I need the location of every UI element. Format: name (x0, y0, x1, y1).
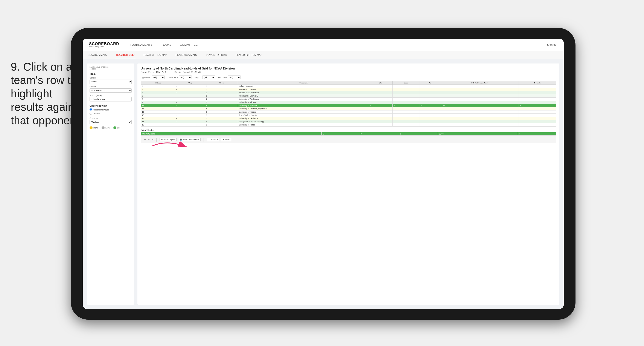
data-cell (440, 98, 518, 101)
data-cell (392, 120, 420, 123)
data-cell: 3 (205, 110, 238, 114)
data-cell: 2.61 (440, 104, 518, 107)
data-cell: - (175, 88, 205, 91)
tab-team-h2h-heatmap[interactable]: TEAM H2H HEATMAP (142, 51, 168, 59)
table-row[interactable]: 4-1Arizona State University (141, 91, 556, 94)
table-row[interactable]: 3-2Vanderbilt University (141, 88, 556, 91)
data-cell (392, 98, 420, 101)
table-row[interactable]: 6-2Florida State University (141, 94, 556, 98)
opponent-cell: University of Washington (238, 98, 369, 101)
redo-icon[interactable]: ↪ (148, 138, 150, 141)
left-panel: Last Updated: 27/03/2024 16:55:38 Team G… (87, 63, 134, 305)
division-select[interactable]: NCAA Division I (90, 88, 132, 93)
records-row: Overall Record: 89 - 17 - 0 Division Rec… (141, 71, 556, 73)
tab-player-h2h-grid[interactable]: PLAYER H2H GRID (205, 51, 228, 59)
table-row[interactable]: 14-2University of Oklahoma (141, 117, 556, 120)
opponent-view-title: Opponent View (90, 104, 132, 107)
table-row[interactable]: 16-3University of Florida (141, 123, 556, 127)
table-row[interactable]: 13-1Texas Tech University (141, 114, 556, 117)
colour-by-label: Colour by (90, 117, 132, 119)
data-cell (369, 98, 392, 101)
gender-select[interactable]: Men's (90, 80, 132, 84)
data-cell (420, 114, 440, 117)
opponent-cell: Texas Tech University (238, 114, 369, 117)
data-cell: 8 (518, 104, 556, 107)
undo-icon[interactable]: ↩ (144, 138, 146, 141)
colour-by-select[interactable]: Win/loss (90, 120, 132, 124)
share-btn[interactable]: ↗ Share (221, 138, 231, 141)
radio-top-100[interactable]: Top 100 (90, 112, 132, 115)
data-cell (392, 107, 420, 110)
out-division-win: 1 (322, 132, 360, 136)
nav-committee[interactable]: COMMITTEE (180, 43, 198, 46)
tab-player-h2h-heatmap[interactable]: PLAYER H2H HEATMAP (234, 51, 263, 59)
conference-filter-select[interactable]: (All) (179, 75, 192, 79)
tab-team-h2h-grid[interactable]: TEAM H2H GRID (115, 51, 136, 59)
data-cell: - (175, 91, 205, 94)
data-cell: - (175, 94, 205, 98)
region-filter-select[interactable]: (All) (202, 75, 215, 79)
out-division-diff: 26.00 (438, 132, 517, 136)
tab-team-summary[interactable]: TEAM SUMMARY (87, 51, 108, 59)
data-cell: 2 (205, 117, 238, 120)
table-row[interactable]: 15-4Georgia Institute of Technology (141, 120, 556, 123)
data-cell (392, 110, 420, 114)
data-cell (518, 91, 556, 94)
data-cell: 2 (205, 88, 238, 91)
bottom-toolbar: ↩ ↪ ↩ 👁 View: Original 💾 Save Custom Vie… (141, 136, 556, 143)
data-cell (420, 117, 440, 120)
table-container: # Rank # Reg # Conf Opponent Win Loss Ti… (141, 81, 556, 136)
table-row[interactable]: 12-3University of Virginia (141, 110, 556, 114)
data-cell: 4 (205, 120, 238, 123)
legend-down: Down (90, 126, 98, 129)
sign-out-link[interactable]: Sign out (547, 43, 557, 46)
school-input[interactable] (90, 97, 132, 101)
save-custom-btn[interactable]: 💾 Save Custom View (179, 138, 200, 141)
opponent-filter: Opponent (All) (218, 75, 241, 79)
data-cell (440, 88, 518, 91)
logo-scoreboard: SCOREBOARD (89, 42, 119, 46)
data-cell: 2 (205, 94, 238, 98)
opponents-filter-select[interactable]: (All) (152, 75, 165, 79)
table-row[interactable]: 2-1Auburn University (141, 85, 556, 88)
nav-tournaments[interactable]: TOURNAMENTS (130, 43, 153, 46)
toolbar-sep-1 (156, 138, 156, 142)
opponent-filter-select[interactable]: (All) (228, 75, 241, 79)
table-row[interactable]: 11-5University of Alabama3002.618 (141, 104, 556, 107)
view-original-btn[interactable]: 👁 View: Original (160, 138, 176, 141)
school-label: School (Rank) (90, 94, 132, 96)
save-icon: 💾 (180, 139, 182, 141)
watch-btn[interactable]: 👁 Watch ▾ (207, 138, 219, 141)
data-cell (369, 123, 392, 127)
legend-level-dot (102, 126, 104, 129)
opponent-cell: University of Arizona (238, 101, 369, 104)
table-row[interactable]: 8-2University of Washington (141, 98, 556, 101)
data-cell (420, 94, 440, 98)
data-cell (440, 94, 518, 98)
data-cell: 9 (141, 101, 175, 104)
radio-opponents-played[interactable]: Opponents Played (90, 108, 132, 111)
table-row[interactable]: 11-6University of Arkansas, Fayetteville (141, 107, 556, 110)
th-tie: Tie (420, 81, 440, 85)
data-cell (518, 120, 556, 123)
tablet-screen: SCOREBOARD Powered by clippi TOURNAMENTS… (83, 39, 564, 309)
data-cell: 16 (141, 123, 175, 127)
data-cell (392, 91, 420, 94)
opponent-cell: Auburn University (238, 85, 369, 88)
table-row[interactable]: 9-3University of Arizona (141, 101, 556, 104)
data-cell: - (175, 101, 205, 104)
out-of-division-row[interactable]: NCAA Division II 1 0 0 26.00 3 (141, 132, 556, 136)
conference-filter-label: Conference (168, 76, 178, 78)
table-header-row: # Rank # Reg # Conf Opponent Win Loss Ti… (141, 81, 556, 85)
nav-teams[interactable]: TEAMS (161, 43, 171, 46)
gender-label: Gender (90, 77, 132, 79)
data-cell (420, 101, 440, 104)
back-icon[interactable]: ↩ (152, 138, 153, 141)
data-cell (518, 117, 556, 120)
data-cell (420, 110, 440, 114)
tab-player-summary[interactable]: PLAYER SUMMARY (174, 51, 198, 59)
tablet-frame: SCOREBOARD Powered by clippi TOURNAMENTS… (71, 28, 576, 320)
th-reg: # Reg (175, 81, 205, 85)
data-cell: - (175, 85, 205, 88)
data-cell (369, 120, 392, 123)
